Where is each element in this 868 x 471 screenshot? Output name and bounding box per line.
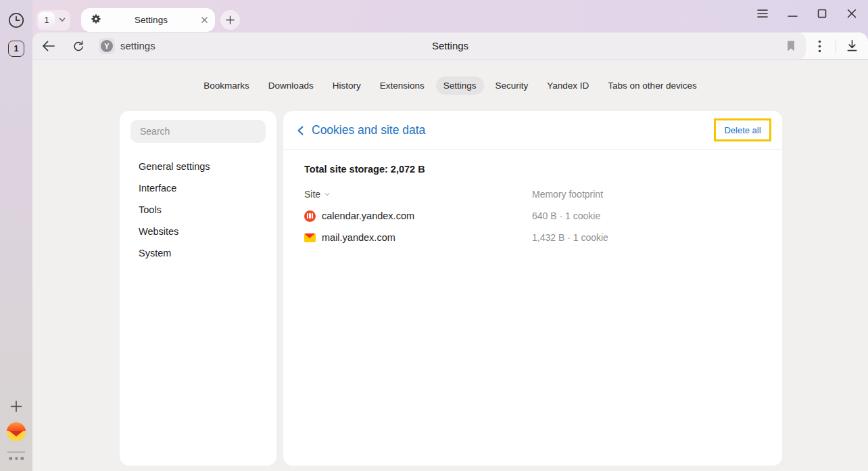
tabs-panel-icon[interactable]: 1 [8,41,24,57]
memory-footprint: 640 B · 1 cookie [532,210,761,221]
tab-title: Settings [101,15,201,25]
table-row[interactable]: mail.yandex.com 1,432 B · 1 cookie [304,227,761,248]
plus-icon[interactable] [10,400,23,413]
cookies-panel: Cookies and site data Delete all Total s… [283,111,782,466]
settings-nav: Bookmarks Downloads History Extensions S… [32,76,868,95]
chevron-down-icon [58,14,66,26]
reload-icon[interactable] [70,38,87,54]
browser-window: 1 1 Settings [0,0,868,471]
site-name: mail.yandex.com [322,232,395,243]
sort-chevron-icon [324,191,331,198]
tab-group-selector[interactable]: 1 [37,10,70,30]
new-tab-button[interactable] [220,10,240,30]
address-bar[interactable]: Y settings [32,32,806,60]
nav-security[interactable]: Security [488,76,536,95]
yandex-mail-icon[interactable] [7,422,26,441]
gear-icon [91,14,101,27]
bookmark-icon[interactable] [783,38,799,54]
nav-extensions[interactable]: Extensions [372,76,432,95]
site-badge-icon[interactable]: Y [99,38,115,54]
history-clock-icon[interactable] [7,12,25,29]
sidebar-item-general-settings[interactable]: General settings [120,156,276,177]
search-box [130,120,266,143]
tab-group-count: 1 [39,12,55,28]
toolbar-separator [836,39,836,53]
url-text[interactable]: settings [120,32,155,60]
nav-downloads[interactable]: Downloads [261,76,321,95]
tab-settings[interactable]: Settings [81,8,215,32]
cookies-title: Cookies and site data [312,123,425,137]
sites-table: Site Memory footprint calendar.yandex.co… [304,183,761,248]
nav-yandex-id[interactable]: Yandex ID [539,76,596,95]
total-site-storage: Total site storage: 2,072 B [304,164,761,175]
back-icon[interactable] [40,38,56,54]
close-window-icon[interactable] [837,0,867,27]
sidebar-item-interface[interactable]: Interface [120,177,276,199]
sidebar-item-tools[interactable]: Tools [120,199,276,221]
kebab-icon[interactable] [811,38,827,54]
minimize-icon[interactable] [777,0,807,27]
nav-history[interactable]: History [325,76,368,95]
search-input[interactable] [130,120,266,143]
column-site-label: Site [304,189,320,200]
memory-footprint: 1,432 B · 1 cookie [532,232,761,243]
sidebar-item-websites[interactable]: Websites [120,221,276,242]
nav-settings[interactable]: Settings [436,76,484,95]
more-dots-icon[interactable] [9,457,24,460]
delete-all-highlight: Delete all [714,118,771,141]
tabs-panel-badge: 1 [8,41,24,57]
rail-divider [7,451,25,453]
settings-sidebar: General settings Interface Tools Website… [120,111,276,466]
column-site-sort[interactable]: Site [304,189,532,200]
settings-page: Bookmarks Downloads History Extensions S… [32,60,868,471]
hamburger-icon[interactable] [748,0,777,27]
nav-tabs-other-devices[interactable]: Tabs on other devices [600,76,704,95]
sidebar-menu: General settings Interface Tools Website… [120,156,276,264]
window-controls [748,0,867,27]
table-row[interactable]: calendar.yandex.com 640 B · 1 cookie [304,205,761,227]
column-memory-label: Memory footprint [532,189,761,200]
cookies-header: Cookies and site data Delete all [283,111,782,150]
close-icon[interactable] [201,14,208,26]
left-rail: 1 [0,0,32,471]
nav-bookmarks[interactable]: Bookmarks [196,76,257,95]
mail-icon [304,233,316,242]
delete-all-button[interactable]: Delete all [724,125,761,135]
sidebar-item-system[interactable]: System [120,242,276,264]
back-chevron-icon[interactable] [293,122,309,139]
toolbar: Y settings Settings [32,32,868,60]
site-name: calendar.yandex.com [322,210,414,221]
table-header-row: Site Memory footprint [304,183,761,205]
toolbar-right [806,32,868,60]
download-icon[interactable] [844,38,860,54]
maximize-icon[interactable] [807,0,837,27]
yandex-mail-logo [7,422,26,441]
tab-strip: 1 Settings [32,0,868,32]
calendar-icon [304,210,316,222]
yandex-logo-letter: Y [101,40,113,52]
